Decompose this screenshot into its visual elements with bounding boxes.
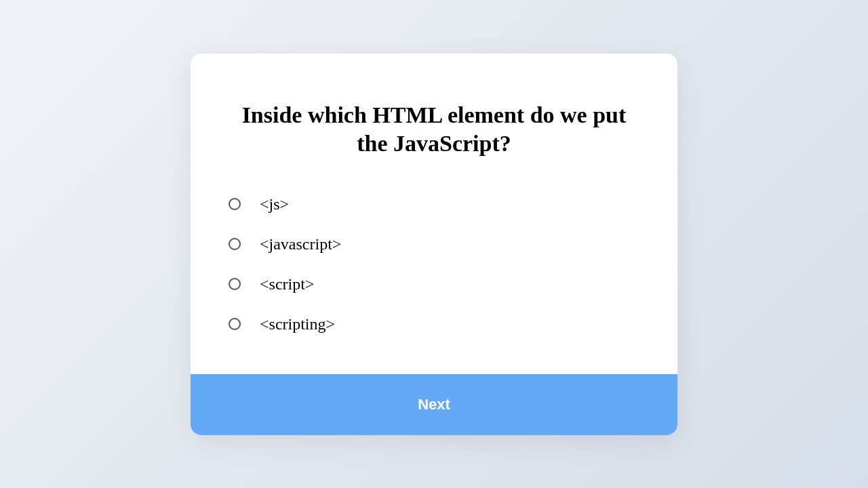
quiz-body: Inside which HTML element do we put the … xyxy=(191,54,677,374)
radio-icon xyxy=(229,278,241,290)
question-text: Inside which HTML element do we put the … xyxy=(229,101,639,159)
options-list: <js> <javascript> <script> <scripting> xyxy=(229,195,639,333)
option-scripting[interactable]: <scripting> xyxy=(229,315,639,333)
radio-icon xyxy=(229,238,241,250)
option-script[interactable]: <script> xyxy=(229,275,639,293)
option-label: <js> xyxy=(260,195,289,214)
next-button[interactable]: Next xyxy=(191,374,677,435)
option-label: <scripting> xyxy=(260,315,335,333)
radio-icon xyxy=(229,198,241,210)
quiz-card: Inside which HTML element do we put the … xyxy=(191,54,677,435)
option-label: <script> xyxy=(260,275,314,293)
radio-icon xyxy=(229,318,241,330)
option-js[interactable]: <js> xyxy=(229,195,639,214)
option-label: <javascript> xyxy=(260,235,341,253)
option-javascript[interactable]: <javascript> xyxy=(229,235,639,253)
